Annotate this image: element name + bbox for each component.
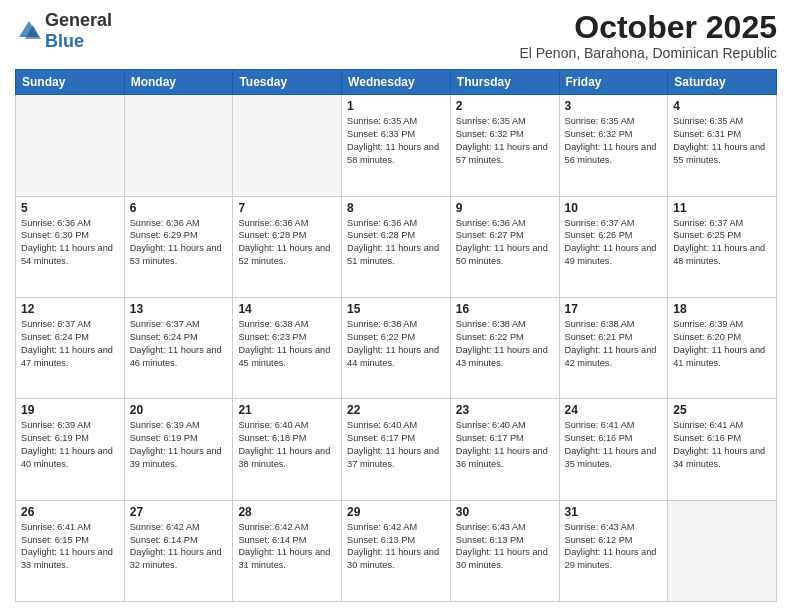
- day-number: 30: [456, 505, 554, 519]
- week-row-3: 12Sunrise: 6:37 AMSunset: 6:24 PMDayligh…: [16, 297, 777, 398]
- day-info: Sunrise: 6:37 AMSunset: 6:24 PMDaylight:…: [130, 318, 228, 370]
- day-cell: 11Sunrise: 6:37 AMSunset: 6:25 PMDayligh…: [668, 196, 777, 297]
- day-info: Sunrise: 6:40 AMSunset: 6:18 PMDaylight:…: [238, 419, 336, 471]
- day-cell: 18Sunrise: 6:39 AMSunset: 6:20 PMDayligh…: [668, 297, 777, 398]
- day-number: 21: [238, 403, 336, 417]
- day-info: Sunrise: 6:36 AMSunset: 6:30 PMDaylight:…: [21, 217, 119, 269]
- day-number: 5: [21, 201, 119, 215]
- logo-icon: [15, 17, 43, 45]
- day-info: Sunrise: 6:35 AMSunset: 6:32 PMDaylight:…: [456, 115, 554, 167]
- day-info: Sunrise: 6:39 AMSunset: 6:19 PMDaylight:…: [130, 419, 228, 471]
- day-number: 16: [456, 302, 554, 316]
- day-info: Sunrise: 6:35 AMSunset: 6:33 PMDaylight:…: [347, 115, 445, 167]
- day-info: Sunrise: 6:38 AMSunset: 6:22 PMDaylight:…: [347, 318, 445, 370]
- day-cell: [16, 95, 125, 196]
- day-cell: 13Sunrise: 6:37 AMSunset: 6:24 PMDayligh…: [124, 297, 233, 398]
- day-cell: 25Sunrise: 6:41 AMSunset: 6:16 PMDayligh…: [668, 399, 777, 500]
- day-info: Sunrise: 6:35 AMSunset: 6:32 PMDaylight:…: [565, 115, 663, 167]
- day-info: Sunrise: 6:42 AMSunset: 6:13 PMDaylight:…: [347, 521, 445, 573]
- day-cell: 22Sunrise: 6:40 AMSunset: 6:17 PMDayligh…: [342, 399, 451, 500]
- day-cell: 7Sunrise: 6:36 AMSunset: 6:28 PMDaylight…: [233, 196, 342, 297]
- day-cell: 2Sunrise: 6:35 AMSunset: 6:32 PMDaylight…: [450, 95, 559, 196]
- day-cell: 23Sunrise: 6:40 AMSunset: 6:17 PMDayligh…: [450, 399, 559, 500]
- day-number: 6: [130, 201, 228, 215]
- day-cell: 17Sunrise: 6:38 AMSunset: 6:21 PMDayligh…: [559, 297, 668, 398]
- calendar-title: October 2025: [519, 10, 777, 45]
- day-number: 29: [347, 505, 445, 519]
- title-area: October 2025 El Penon, Barahona, Dominic…: [519, 10, 777, 61]
- day-cell: 10Sunrise: 6:37 AMSunset: 6:26 PMDayligh…: [559, 196, 668, 297]
- day-cell: 8Sunrise: 6:36 AMSunset: 6:28 PMDaylight…: [342, 196, 451, 297]
- day-number: 11: [673, 201, 771, 215]
- day-cell: [124, 95, 233, 196]
- col-tuesday: Tuesday: [233, 70, 342, 95]
- day-info: Sunrise: 6:37 AMSunset: 6:26 PMDaylight:…: [565, 217, 663, 269]
- day-number: 17: [565, 302, 663, 316]
- day-cell: 29Sunrise: 6:42 AMSunset: 6:13 PMDayligh…: [342, 500, 451, 601]
- day-number: 14: [238, 302, 336, 316]
- day-cell: 6Sunrise: 6:36 AMSunset: 6:29 PMDaylight…: [124, 196, 233, 297]
- day-info: Sunrise: 6:37 AMSunset: 6:24 PMDaylight:…: [21, 318, 119, 370]
- day-cell: 21Sunrise: 6:40 AMSunset: 6:18 PMDayligh…: [233, 399, 342, 500]
- week-row-1: 1Sunrise: 6:35 AMSunset: 6:33 PMDaylight…: [16, 95, 777, 196]
- day-number: 18: [673, 302, 771, 316]
- day-cell: 4Sunrise: 6:35 AMSunset: 6:31 PMDaylight…: [668, 95, 777, 196]
- day-number: 22: [347, 403, 445, 417]
- day-number: 13: [130, 302, 228, 316]
- day-cell: 28Sunrise: 6:42 AMSunset: 6:14 PMDayligh…: [233, 500, 342, 601]
- day-number: 4: [673, 99, 771, 113]
- day-cell: 15Sunrise: 6:38 AMSunset: 6:22 PMDayligh…: [342, 297, 451, 398]
- col-wednesday: Wednesday: [342, 70, 451, 95]
- logo: General Blue: [15, 10, 112, 52]
- day-info: Sunrise: 6:39 AMSunset: 6:20 PMDaylight:…: [673, 318, 771, 370]
- day-cell: 14Sunrise: 6:38 AMSunset: 6:23 PMDayligh…: [233, 297, 342, 398]
- day-cell: 31Sunrise: 6:43 AMSunset: 6:12 PMDayligh…: [559, 500, 668, 601]
- day-number: 7: [238, 201, 336, 215]
- day-cell: 5Sunrise: 6:36 AMSunset: 6:30 PMDaylight…: [16, 196, 125, 297]
- day-info: Sunrise: 6:41 AMSunset: 6:16 PMDaylight:…: [673, 419, 771, 471]
- day-number: 2: [456, 99, 554, 113]
- day-number: 24: [565, 403, 663, 417]
- day-number: 10: [565, 201, 663, 215]
- logo-general: General: [45, 10, 112, 30]
- day-info: Sunrise: 6:43 AMSunset: 6:12 PMDaylight:…: [565, 521, 663, 573]
- day-number: 20: [130, 403, 228, 417]
- day-cell: 20Sunrise: 6:39 AMSunset: 6:19 PMDayligh…: [124, 399, 233, 500]
- day-number: 12: [21, 302, 119, 316]
- day-number: 1: [347, 99, 445, 113]
- day-cell: 26Sunrise: 6:41 AMSunset: 6:15 PMDayligh…: [16, 500, 125, 601]
- col-sunday: Sunday: [16, 70, 125, 95]
- day-number: 23: [456, 403, 554, 417]
- day-cell: 1Sunrise: 6:35 AMSunset: 6:33 PMDaylight…: [342, 95, 451, 196]
- day-info: Sunrise: 6:39 AMSunset: 6:19 PMDaylight:…: [21, 419, 119, 471]
- day-number: 31: [565, 505, 663, 519]
- day-info: Sunrise: 6:35 AMSunset: 6:31 PMDaylight:…: [673, 115, 771, 167]
- day-cell: 16Sunrise: 6:38 AMSunset: 6:22 PMDayligh…: [450, 297, 559, 398]
- day-info: Sunrise: 6:37 AMSunset: 6:25 PMDaylight:…: [673, 217, 771, 269]
- logo-blue: Blue: [45, 31, 84, 51]
- day-number: 27: [130, 505, 228, 519]
- day-info: Sunrise: 6:38 AMSunset: 6:21 PMDaylight:…: [565, 318, 663, 370]
- col-friday: Friday: [559, 70, 668, 95]
- day-number: 19: [21, 403, 119, 417]
- day-info: Sunrise: 6:42 AMSunset: 6:14 PMDaylight:…: [130, 521, 228, 573]
- day-info: Sunrise: 6:40 AMSunset: 6:17 PMDaylight:…: [456, 419, 554, 471]
- day-cell: 30Sunrise: 6:43 AMSunset: 6:13 PMDayligh…: [450, 500, 559, 601]
- header: General Blue October 2025 El Penon, Bara…: [15, 10, 777, 61]
- day-info: Sunrise: 6:36 AMSunset: 6:28 PMDaylight:…: [238, 217, 336, 269]
- day-info: Sunrise: 6:38 AMSunset: 6:23 PMDaylight:…: [238, 318, 336, 370]
- day-cell: [668, 500, 777, 601]
- day-cell: 12Sunrise: 6:37 AMSunset: 6:24 PMDayligh…: [16, 297, 125, 398]
- day-number: 8: [347, 201, 445, 215]
- day-number: 9: [456, 201, 554, 215]
- week-row-2: 5Sunrise: 6:36 AMSunset: 6:30 PMDaylight…: [16, 196, 777, 297]
- day-info: Sunrise: 6:43 AMSunset: 6:13 PMDaylight:…: [456, 521, 554, 573]
- week-row-4: 19Sunrise: 6:39 AMSunset: 6:19 PMDayligh…: [16, 399, 777, 500]
- col-monday: Monday: [124, 70, 233, 95]
- day-cell: 3Sunrise: 6:35 AMSunset: 6:32 PMDaylight…: [559, 95, 668, 196]
- day-cell: 9Sunrise: 6:36 AMSunset: 6:27 PMDaylight…: [450, 196, 559, 297]
- day-number: 26: [21, 505, 119, 519]
- day-info: Sunrise: 6:36 AMSunset: 6:28 PMDaylight:…: [347, 217, 445, 269]
- calendar-body: 1Sunrise: 6:35 AMSunset: 6:33 PMDaylight…: [16, 95, 777, 602]
- day-info: Sunrise: 6:36 AMSunset: 6:27 PMDaylight:…: [456, 217, 554, 269]
